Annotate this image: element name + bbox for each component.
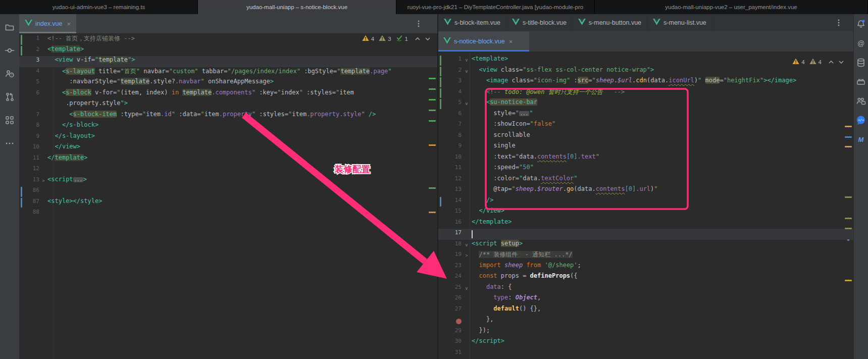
line-number[interactable]: 26 bbox=[444, 294, 462, 305]
ai-assistant-icon[interactable]: @ bbox=[856, 38, 866, 48]
fold-toggle-icon[interactable]: ∨ bbox=[462, 283, 472, 294]
fold-toggle-icon[interactable]: ∨ bbox=[462, 55, 472, 66]
code-line[interactable]: 6 style="..." bbox=[438, 110, 853, 121]
code-text[interactable]: /** 装修组件 - 通知栏 ...*/ bbox=[472, 250, 853, 262]
code-line[interactable]: 2<template> bbox=[19, 45, 437, 57]
code-line[interactable]: 9 </s-layout> bbox=[19, 132, 437, 143]
inspections-widget[interactable]: 4 3 1 bbox=[362, 34, 431, 43]
line-number[interactable]: 29 bbox=[444, 327, 462, 338]
code-line[interactable]: 4 <s-layout title="首页" navbar="custom" t… bbox=[19, 67, 437, 78]
code-line[interactable]: 3 <image class="icon-img" :src="sheep.$u… bbox=[438, 77, 853, 88]
tab-s-block-item-vue[interactable]: s-block-item.vue bbox=[438, 14, 506, 31]
chat-code-plugin-icon[interactable]: </> bbox=[856, 115, 866, 125]
code-line[interactable]: 2∨ <view class="ss-flex ss-col-center no… bbox=[438, 66, 853, 77]
code-line[interactable]: 30</script> bbox=[438, 337, 853, 348]
line-number[interactable]: 1 bbox=[22, 34, 39, 45]
tab-s-menu-list-vue[interactable]: s-menu-list.vue bbox=[647, 14, 712, 31]
line-number[interactable]: 88 bbox=[22, 208, 39, 219]
code-text[interactable]: single bbox=[472, 142, 853, 153]
learn-help-icon[interactable]: ? bbox=[5, 69, 15, 79]
code-text[interactable] bbox=[472, 229, 853, 240]
window-tab[interactable]: yudao-ui-admin-vue3 – remaining.ts bbox=[0, 0, 198, 14]
code-line[interactable]: 27 default() {}, bbox=[438, 305, 853, 316]
line-number[interactable]: 7 bbox=[444, 120, 462, 131]
line-number[interactable]: 2 bbox=[22, 45, 39, 57]
chevron-up-icon[interactable] bbox=[828, 60, 834, 65]
line-number[interactable]: 13 bbox=[444, 185, 462, 196]
left-editor[interactable]: 1<!-- 首页，支持店铺装修 -->2<template>3 <view v-… bbox=[19, 33, 437, 359]
code-text[interactable]: <view v-if="template"> bbox=[47, 56, 437, 67]
chevron-up-icon[interactable] bbox=[415, 36, 421, 41]
code-text[interactable]: <s-block v-for="(item, index) in templat… bbox=[47, 89, 437, 100]
code-text[interactable]: }, bbox=[472, 316, 853, 327]
line-number[interactable]: 4 bbox=[22, 67, 39, 78]
window-tab[interactable]: yudao-mall-uniapp-vue2 – user_payment/in… bbox=[595, 0, 868, 14]
code-text[interactable]: type: Object, bbox=[472, 294, 853, 305]
editor-options-kebab-icon[interactable] bbox=[835, 14, 842, 31]
code-line[interactable]: 16</template> bbox=[438, 218, 853, 229]
line-number[interactable]: 11 bbox=[444, 164, 462, 175]
code-text[interactable]: <s-layout title="首页" navbar="custom" tab… bbox=[47, 67, 437, 78]
fold-toggle-icon[interactable]: ∨ bbox=[462, 66, 472, 77]
code-line[interactable]: 24 const props = defineProps({ bbox=[438, 272, 853, 283]
code-line[interactable]: 8 </s-block> bbox=[19, 121, 437, 132]
code-text[interactable]: </view> bbox=[472, 207, 853, 218]
code-text[interactable]: style="..." bbox=[472, 110, 853, 121]
code-line[interactable]: 25∨ data: { bbox=[438, 283, 853, 294]
code-line[interactable]: 17 bbox=[438, 229, 853, 240]
line-number[interactable]: 9 bbox=[22, 132, 39, 143]
code-line[interactable]: 87<style></style> bbox=[19, 197, 437, 209]
code-line[interactable]: 12 :color="data.textColor" bbox=[438, 175, 853, 186]
line-number[interactable]: 31 bbox=[444, 348, 462, 359]
code-line[interactable]: }, bbox=[438, 316, 853, 327]
code-line[interactable]: 9 single bbox=[438, 142, 853, 153]
code-text[interactable] bbox=[47, 186, 437, 197]
code-line[interactable]: 10 :text="data.contents[0].text" bbox=[438, 153, 853, 164]
code-with-me-icon[interactable] bbox=[856, 96, 866, 106]
line-number[interactable]: 27 bbox=[444, 305, 462, 316]
line-number[interactable]: 3 bbox=[22, 56, 39, 67]
code-line[interactable]: 8 scrollable bbox=[438, 131, 853, 142]
line-number[interactable]: 8 bbox=[444, 131, 462, 142]
breakpoint-dot[interactable] bbox=[456, 319, 462, 324]
code-text[interactable]: </template> bbox=[472, 218, 853, 229]
line-number[interactable]: 9 bbox=[444, 142, 462, 153]
line-number[interactable]: 17 bbox=[444, 229, 462, 240]
code-line[interactable]: 7 <s-block-item :type="item.id" :data="i… bbox=[19, 111, 437, 122]
fold-toggle-icon[interactable]: ∨ bbox=[462, 98, 472, 110]
code-text[interactable] bbox=[47, 165, 437, 176]
code-line[interactable]: 5 :navbarStyle="template.style?.navbar" … bbox=[19, 78, 437, 89]
code-line[interactable]: 6 <s-block v-for="(item, index) in templ… bbox=[19, 89, 437, 100]
tab-s-notice-block-vue[interactable]: s-notice-block.vue × bbox=[438, 31, 529, 52]
tab-s-menu-button-vue[interactable]: s-menu-button.vue bbox=[573, 14, 647, 31]
code-text[interactable]: :speed="50" bbox=[472, 164, 853, 175]
line-number[interactable]: 5 bbox=[444, 98, 462, 110]
code-text[interactable]: <view class="ss-flex ss-col-center notic… bbox=[472, 66, 853, 77]
code-line[interactable]: 26 type: Object, bbox=[438, 294, 853, 305]
window-tab[interactable]: ruoyi-vue-pro-jdk21 – DiyTemplateControl… bbox=[396, 0, 595, 14]
window-tab[interactable]: yudao-mall-uniapp – s-notice-block.vue bbox=[198, 0, 396, 14]
line-number[interactable] bbox=[22, 99, 39, 111]
code-text[interactable]: .property.style"> bbox=[47, 99, 437, 111]
chevron-down-icon[interactable] bbox=[425, 36, 431, 41]
code-text[interactable]: }); bbox=[472, 327, 853, 338]
line-number[interactable]: 14 bbox=[444, 196, 462, 208]
code-line[interactable]: 18∨<script setup> bbox=[438, 240, 853, 251]
code-line[interactable]: 7 :showIcon="false" bbox=[438, 120, 853, 131]
code-line[interactable]: 11 :speed="50" bbox=[438, 164, 853, 175]
line-number[interactable]: 25 bbox=[444, 283, 462, 294]
editor-options-kebab-icon[interactable] bbox=[415, 14, 422, 33]
line-number[interactable]: 13 bbox=[22, 176, 39, 187]
code-text[interactable]: </s-layout> bbox=[47, 132, 437, 143]
line-number[interactable] bbox=[444, 316, 462, 327]
code-line[interactable]: 31 bbox=[438, 348, 853, 359]
code-line[interactable]: 13><script...> bbox=[19, 176, 437, 187]
line-number[interactable]: 15 bbox=[444, 207, 462, 218]
code-line[interactable]: 88 bbox=[19, 208, 437, 219]
code-line[interactable]: 1∨<template> bbox=[438, 55, 853, 66]
code-line[interactable]: 4 <!-- todo: @owen 暂时只支持一个公告 --> bbox=[438, 88, 853, 99]
code-text[interactable]: <style></style> bbox=[47, 197, 437, 209]
code-line[interactable]: 23 import sheep from '@/sheep'; bbox=[438, 262, 853, 273]
line-number[interactable]: 3 bbox=[444, 77, 462, 88]
code-text[interactable]: <script setup> bbox=[472, 240, 853, 251]
